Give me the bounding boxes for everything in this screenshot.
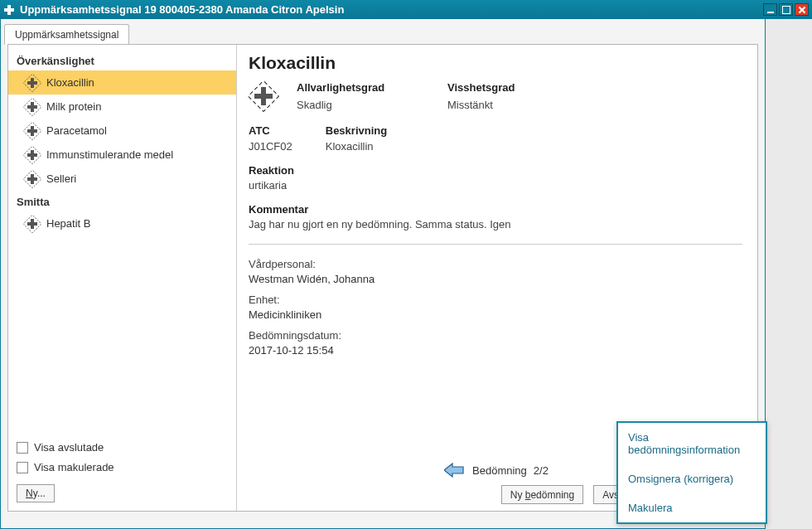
allergy-icon [23, 122, 41, 140]
allergy-item-immunstimulerande[interactable]: Immunstimulerande medel [8, 143, 236, 167]
reaction-label: Reaktion [249, 164, 742, 177]
tabstrip: Uppmärksamhetssignal [1, 19, 765, 44]
comment-block: Kommentar Jag har nu gjort en ny bedömni… [249, 203, 742, 231]
unit-value: Medicinkliniken [249, 308, 742, 321]
background-shade [766, 19, 812, 529]
assessment-date-label: Bedömningsdatum: [249, 329, 742, 342]
sidebar-bottom: Visa avslutade Visa makulerade Ny... [8, 434, 236, 506]
allergy-item-label: Milk protein [46, 100, 101, 113]
description-label: Beskrivning [326, 124, 387, 137]
atc-value: J01CF02 [249, 140, 292, 153]
allergy-icon [23, 98, 41, 116]
allergy-item-paracetamol[interactable]: Paracetamol [8, 119, 236, 143]
new-button-suffix: y... [33, 488, 46, 499]
comment-label: Kommentar [249, 203, 742, 216]
more-options-popup: Visa bedömningsinformation Omsignera (ko… [616, 421, 767, 524]
allergy-item-milk-protein[interactable]: Milk protein [8, 95, 236, 119]
titlebar: Uppmärksamhetssignal 19 800405-2380 Aman… [0, 0, 812, 19]
svg-marker-0 [444, 463, 463, 477]
comment-value: Jag har nu gjort en ny bedömning. Samma … [249, 218, 742, 231]
pager-value: 2/2 [534, 464, 549, 477]
allergy-icon [23, 74, 41, 92]
infection-icon [23, 215, 41, 233]
certainty-label: Visshetsgrad [447, 81, 515, 94]
tab-uppmarksamhetssignal[interactable]: Uppmärksamhetssignal [4, 24, 129, 45]
careperson-label: Vårdpersonal: [249, 258, 742, 270]
allergy-icon-large [249, 81, 278, 111]
detail-panel: Kloxacillin Allvarlighetsgrad Skadlig Vi… [237, 45, 757, 511]
atc-row: ATC J01CF02 Beskrivning Kloxacillin [249, 124, 742, 153]
new-button[interactable]: Ny... [17, 484, 55, 502]
checkbox-label: Visa avslutade [34, 441, 104, 454]
minimize-button[interactable] [763, 3, 777, 16]
meta-block: Vårdpersonal: Westman Widén, Johanna Enh… [249, 253, 742, 365]
checkbox-visa-avslutade[interactable]: Visa avslutade [17, 441, 228, 454]
allergy-icon [23, 170, 41, 188]
reaction-block: Reaktion urtikaria [249, 164, 742, 192]
detail-top-row: Allvarlighetsgrad Skadlig Visshetsgrad M… [249, 81, 742, 111]
allergy-item-selleri[interactable]: Selleri [8, 167, 236, 191]
new-assessment-button[interactable]: Ny bedömning [501, 485, 583, 504]
checkbox-box[interactable] [17, 462, 28, 473]
severity-label: Allvarlighetsgrad [297, 81, 429, 94]
allergy-item-label: Selleri [46, 172, 76, 185]
checkbox-visa-makulerade[interactable]: Visa makulerade [17, 461, 228, 473]
smitta-item-label: Hepatit B [46, 217, 90, 230]
maximize-button[interactable] [779, 3, 793, 16]
allergy-item-kloxacillin[interactable]: Kloxacillin [8, 70, 236, 95]
popup-item-makulera[interactable]: Makulera [618, 493, 766, 522]
unit-label: Enhet: [249, 294, 742, 306]
separator [249, 244, 742, 245]
pager-label: Bedömning [472, 464, 527, 477]
close-button[interactable] [795, 3, 809, 16]
checkbox-box[interactable] [17, 442, 28, 454]
allergy-item-label: Paracetamol [46, 124, 107, 137]
assessment-date-value: 2017-10-12 15:54 [249, 344, 742, 357]
allergy-item-label: Kloxacillin [46, 76, 94, 89]
careperson-value: Westman Widén, Johanna [249, 273, 742, 285]
description-value: Kloxacillin [326, 140, 387, 153]
detail-title: Kloxacillin [249, 53, 742, 73]
popup-item-omsignera[interactable]: Omsignera (korrigera) [618, 464, 766, 493]
app-window: Uppmärksamhetssignal 19 800405-2380 Aman… [0, 0, 812, 529]
atc-label: ATC [249, 124, 292, 137]
reaction-value: urtikaria [249, 179, 742, 192]
content-area: Överkänslighet Kloxacillin Milk protein … [7, 44, 758, 512]
pager-prev-button[interactable] [442, 462, 466, 478]
section-smitta: Smitta [8, 191, 236, 211]
certainty-value: Misstänkt [447, 99, 515, 111]
allergy-item-label: Immunstimulerande medel [46, 148, 173, 161]
window-title: Uppmärksamhetssignal 19 800405-2380 Aman… [20, 3, 763, 16]
section-overkanslighet: Överkänslighet [8, 50, 236, 70]
window-controls [763, 3, 809, 16]
allergy-icon [23, 146, 41, 164]
popup-item-visa-bedomning[interactable]: Visa bedömningsinformation [618, 423, 766, 464]
severity-value: Skadlig [297, 99, 429, 111]
sidebar: Överkänslighet Kloxacillin Milk protein … [8, 45, 237, 511]
smitta-item-hepatit-b[interactable]: Hepatit B [8, 211, 236, 235]
arrow-left-icon [444, 463, 464, 478]
health-plus-icon [3, 4, 15, 16]
checkbox-label: Visa makulerade [34, 461, 114, 473]
outer-panel: Uppmärksamhetssignal Överkänslighet Klox… [0, 19, 766, 529]
